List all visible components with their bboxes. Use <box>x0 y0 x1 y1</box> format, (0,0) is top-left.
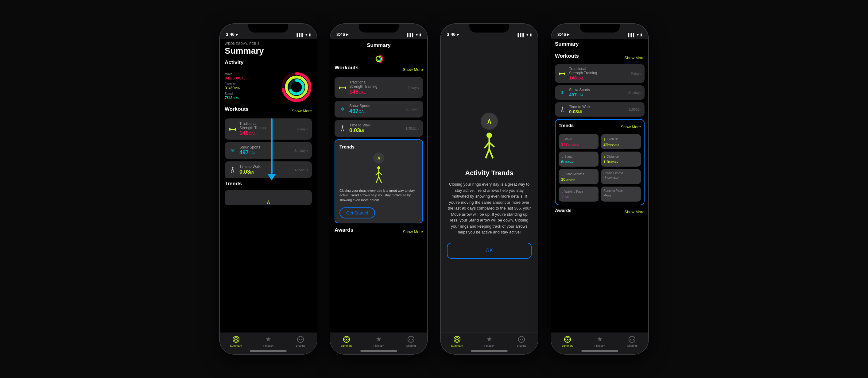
stand-trend-value: 6HR/DAY <box>561 160 596 164</box>
trend-stand: ↓ Stand 6HR/DAY <box>559 152 598 167</box>
stand-trend-arrow: ↓ <box>561 154 563 159</box>
ok-button[interactable]: OK <box>447 243 532 259</box>
trend-move: ↓ Move 347CAL/DAY <box>559 134 598 149</box>
cardio-trend-value: -/-VO2MAX <box>603 176 639 180</box>
snow-icon-1: ❄ <box>228 146 237 155</box>
move-trend-value: 347CAL/DAY <box>561 142 596 147</box>
svg-rect-6 <box>230 129 236 130</box>
battery-icon-3: ▮ <box>530 33 532 37</box>
workout-card-walk-4[interactable]: Time to Walk 0.03MI 1/25/21 › <box>555 102 645 117</box>
svg-rect-21 <box>339 87 340 89</box>
workout-card-walk-2[interactable]: Time to Walk 0.03MI 1/25/21 › <box>335 120 423 137</box>
tab-sharing-4[interactable]: Sharing <box>616 335 648 347</box>
tab-fitness-3[interactable]: Fitness+ <box>473 335 505 347</box>
status-icons-2: ▌▌▌ ▾ ▮ <box>407 33 421 37</box>
tab-sharing-1[interactable]: Sharing <box>284 335 317 347</box>
tab-summary-3[interactable]: Summary <box>441 335 473 347</box>
svg-line-29 <box>376 177 379 183</box>
status-icons-3: ▌▌▌ ▾ ▮ <box>518 33 532 37</box>
svg-point-36 <box>412 339 413 340</box>
svg-point-53 <box>562 106 563 108</box>
s1-content: WEDNESDAY, FEB 3 Summary Activity Move 3… <box>220 39 317 333</box>
screen-3: ∧ Activity Trends Closing your rings eve… <box>441 39 538 354</box>
svg-rect-8 <box>235 128 236 131</box>
awards-show-more-4[interactable]: Show More <box>624 210 645 214</box>
svg-line-30 <box>379 177 381 183</box>
time-2: 3:46 ▸ <box>336 32 348 37</box>
trends-chevron-icon: ∧ <box>480 113 498 130</box>
svg-rect-50 <box>559 72 560 75</box>
summary-tab-icon-1 <box>232 335 240 343</box>
s1-title: Summary <box>225 46 312 56</box>
notch-3 <box>469 24 509 33</box>
battery-icon-4: ▮ <box>640 33 642 37</box>
svg-point-45 <box>456 339 458 340</box>
svg-point-24 <box>342 125 343 127</box>
move-trend-arrow: ↓ <box>561 136 563 141</box>
workout-card-strength-2[interactable]: Traditional Strength Training 148CAL Tod… <box>335 77 423 98</box>
svg-point-14 <box>298 336 304 342</box>
sharing-tab-icon-2 <box>407 335 415 343</box>
home-indicator-3 <box>471 350 508 352</box>
svg-line-41 <box>486 149 489 158</box>
trends-desc-2: Closing your rings every day is a great … <box>339 188 418 202</box>
move-stat: Move 342/500CAL <box>225 72 281 81</box>
svg-point-56 <box>567 339 568 340</box>
trend-walk-pace: ↓ Walking Pace -/-/MI <box>559 187 598 201</box>
battery-icon-2: ▮ <box>419 33 421 37</box>
get-started-button[interactable]: Get Started <box>339 208 375 218</box>
tab-sharing-3[interactable]: Sharing <box>505 335 538 347</box>
walk-icon-1 <box>228 166 237 174</box>
fitness-tab-icon-2 <box>375 335 383 343</box>
snow-icon-2: ❄ <box>338 105 347 114</box>
trends-show-more-4[interactable]: Show More <box>621 125 641 129</box>
phone-1: 3:46 ▸ ▌▌▌ ▾ ▮ WEDNESDAY, FEB 3 Summary … <box>219 23 317 355</box>
fitness-tab-icon-1 <box>264 335 272 343</box>
screen-1: WEDNESDAY, FEB 3 Summary Activity Move 3… <box>220 39 317 354</box>
run-pace-trend-value: -/-/MI <box>603 193 639 197</box>
workouts-show-more-4[interactable]: Show More <box>624 56 645 60</box>
tab-sharing-2[interactable]: Sharing <box>395 335 427 347</box>
workouts-show-more-1[interactable]: Show More <box>291 108 312 113</box>
svg-point-10 <box>232 167 234 168</box>
phone-3: 3:46 ▸ ▌▌▌ ▾ ▮ ∧ Activity Trends Closing… <box>440 23 538 355</box>
scroll-arrow <box>267 119 276 181</box>
awards-header-4: Awards Show More <box>555 208 645 216</box>
fitness-tab-icon-3 <box>485 335 493 343</box>
tab-fitness-4[interactable]: Fitness+ <box>584 335 616 347</box>
workout-card-strength-4[interactable]: Traditional Strength Training 148CAL Tod… <box>555 64 645 83</box>
signal-icon-3: ▌▌▌ <box>518 33 525 37</box>
svg-line-42 <box>489 149 493 158</box>
distance-trend-value: 1.9MI/DAY <box>603 160 639 164</box>
walking-figure <box>477 132 501 163</box>
notch-1 <box>248 24 288 33</box>
svg-point-34 <box>408 336 414 342</box>
home-indicator-1 <box>250 350 287 352</box>
tab-summary-4[interactable]: Summary <box>551 335 584 347</box>
status-icons-1: ▌▌▌ ▾ ▮ <box>297 33 311 37</box>
wifi-icon-3: ▾ <box>526 33 528 37</box>
phone-2: 3:46 ▸ ▌▌▌ ▾ ▮ Summary Workouts Show Mor… <box>330 23 428 355</box>
s4-page-title: Summary <box>555 41 579 47</box>
awards-show-more-2[interactable]: Show More <box>403 229 423 234</box>
workouts-header: Workouts Show More <box>225 106 312 115</box>
tab-summary-1[interactable]: Summary <box>220 335 252 347</box>
workouts-show-more-2[interactable]: Show More <box>403 67 423 72</box>
signal-icon-1: ▌▌▌ <box>297 33 304 37</box>
svg-rect-20 <box>340 88 345 88</box>
workout-card-snow-4[interactable]: ❄ Snow Sports 497CAL Sunday › <box>555 85 645 100</box>
svg-point-58 <box>630 339 631 340</box>
home-indicator-2 <box>360 350 397 352</box>
workout-card-snow-2[interactable]: ❄ Snow Sports 497CAL Sunday › <box>335 101 423 118</box>
trends-visual-2: ∧ <box>339 153 418 186</box>
trend-stand-min: ↓ Stand Minutes 10MIN/HR <box>559 169 598 184</box>
sharing-tab-icon-4 <box>628 335 636 343</box>
strength-icon-2 <box>338 84 347 92</box>
svg-rect-7 <box>229 128 230 131</box>
awards-header-2: Awards Show More <box>335 227 423 236</box>
tab-fitness-2[interactable]: Fitness+ <box>363 335 395 347</box>
s2-page-title: Summary <box>330 39 427 51</box>
tab-summary-2[interactable]: Summary <box>330 335 363 347</box>
s4-content: Workouts Show More Traditional Strength <box>551 50 648 344</box>
tab-fitness-1[interactable]: Fitness+ <box>252 335 284 347</box>
